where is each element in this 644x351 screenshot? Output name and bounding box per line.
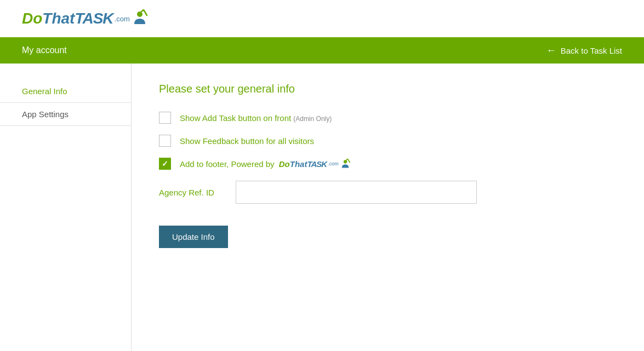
checkbox-footer[interactable] xyxy=(159,158,171,170)
logo-do: Do xyxy=(22,10,42,27)
main-container: General Info App Settings Please set you… xyxy=(0,64,644,351)
checkbox-row-footer: Add to footer, Powered by DoThatTASK.com xyxy=(159,158,617,170)
logo-that: That xyxy=(42,10,75,27)
checkbox-label-feedback: Show Feedback button for all visitors xyxy=(180,136,314,146)
svg-point-0 xyxy=(137,11,143,17)
sidebar-item-general-info[interactable]: General Info xyxy=(0,80,131,103)
checkbox-add-task[interactable] xyxy=(159,112,171,124)
content-area: Please set your general info Show Add Ta… xyxy=(132,64,644,351)
back-arrow-icon: ← xyxy=(546,45,556,56)
checkbox-feedback[interactable] xyxy=(159,135,171,147)
site-logo: DoThatTASK.com xyxy=(22,10,149,27)
logo-person-icon xyxy=(131,9,149,26)
back-label: Back to Task List xyxy=(561,46,622,55)
back-to-task-list-link[interactable]: ← Back to Task List xyxy=(546,45,622,56)
agency-ref-input[interactable] xyxy=(236,181,477,204)
logo-bar: DoThatTASK.com xyxy=(0,0,644,37)
svg-point-1 xyxy=(344,160,347,163)
agency-ref-label: Agency Ref. ID xyxy=(159,188,219,197)
nav-bar: My account ← Back to Task List xyxy=(0,37,644,64)
agency-ref-row: Agency Ref. ID xyxy=(159,181,617,204)
inline-logo-person-icon xyxy=(340,158,351,169)
logo-task: TASK xyxy=(75,10,113,27)
logo-com: .com xyxy=(115,15,130,23)
checkbox-row-feedback: Show Feedback button for all visitors xyxy=(159,135,617,147)
update-info-button[interactable]: Update Info xyxy=(159,226,228,248)
inline-logo: DoThatTASK.com xyxy=(279,158,351,169)
sidebar-item-app-settings[interactable]: App Settings xyxy=(0,103,131,126)
checkbox-label-add-task: Show Add Task button on front(Admin Only… xyxy=(180,113,332,123)
sidebar: General Info App Settings xyxy=(0,64,132,351)
checkbox-label-footer: Add to footer, Powered by DoThatTASK.com xyxy=(180,158,351,169)
page-title: Please set your general info xyxy=(159,83,617,95)
nav-title: My account xyxy=(22,45,67,55)
checkbox-row-add-task: Show Add Task button on front(Admin Only… xyxy=(159,112,617,124)
